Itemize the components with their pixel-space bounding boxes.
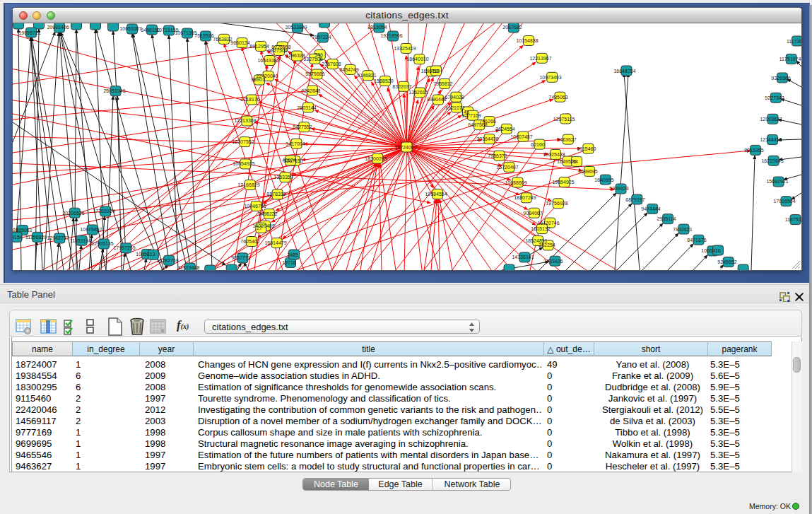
svg-text:6497568: 6497568 [468, 122, 487, 127]
svg-text:39154: 39154 [13, 235, 23, 240]
svg-text:9084067: 9084067 [523, 211, 542, 216]
svg-text:8322037: 8322037 [392, 84, 411, 89]
svg-text:8990448: 8990448 [427, 97, 446, 102]
svg-text:16782759: 16782759 [156, 258, 178, 263]
svg-text:18300295: 18300295 [365, 156, 387, 161]
svg-text:18640910: 18640910 [406, 57, 428, 62]
svg-text:18724007: 18724007 [394, 145, 416, 150]
svg-text:6879197: 6879197 [625, 197, 645, 202]
svg-text:2367608: 2367608 [322, 62, 341, 66]
svg-text:1588520: 1588520 [374, 78, 393, 83]
svg-text:5875685: 5875685 [305, 71, 324, 76]
svg-text:9245652: 9245652 [717, 259, 736, 264]
svg-text:16914479: 16914479 [264, 240, 286, 245]
svg-text:98901: 98901 [251, 77, 265, 82]
svg-text:9699695: 9699695 [578, 169, 597, 174]
svg-text:7663822: 7663822 [213, 37, 232, 42]
svg-text:2935114: 2935114 [657, 216, 676, 221]
svg-text:19756928: 19756928 [546, 201, 567, 206]
svg-text:42674: 42674 [282, 158, 296, 163]
svg-text:19654925: 19654925 [552, 180, 574, 185]
svg-text:17957255: 17957255 [113, 245, 135, 250]
svg-text:12093827: 12093827 [760, 117, 782, 122]
svg-text:12905135: 12905135 [91, 241, 113, 246]
svg-text:26053346: 26053346 [103, 88, 125, 93]
svg-text:10653287: 10653287 [119, 26, 141, 31]
svg-text:11156829: 11156829 [25, 235, 47, 240]
svg-text:11923448: 11923448 [178, 265, 200, 270]
svg-text:8878332: 8878332 [266, 192, 286, 197]
svg-text:1065416: 1065416 [701, 248, 720, 253]
svg-text:7955812: 7955812 [433, 81, 452, 86]
svg-text:15720407: 15720407 [496, 165, 518, 170]
svg-text:3624554: 3624554 [495, 127, 514, 132]
svg-text:9146821: 9146821 [357, 73, 376, 78]
svg-text:12975115: 12975115 [553, 117, 575, 122]
svg-text:2087682: 2087682 [502, 25, 522, 30]
svg-text:10046755: 10046755 [244, 204, 266, 209]
svg-text:2803144: 2803144 [297, 105, 316, 110]
svg-text:9463627: 9463627 [557, 137, 576, 142]
svg-text:1117352: 1117352 [787, 39, 801, 44]
svg-text:17016504: 17016504 [773, 199, 795, 204]
svg-text:19055721: 19055721 [18, 30, 40, 35]
svg-text:15716: 15716 [282, 260, 296, 265]
svg-text:1167533: 1167533 [785, 217, 801, 222]
svg-text:20364436: 20364436 [476, 136, 498, 141]
svg-text:9827500: 9827500 [268, 48, 287, 53]
svg-text:11751074: 11751074 [779, 57, 801, 62]
svg-text:10807487: 10807487 [510, 134, 532, 139]
svg-text:8454749: 8454749 [339, 67, 358, 72]
svg-text:9777169: 9777169 [461, 113, 481, 118]
svg-text:10025438: 10025438 [543, 152, 565, 157]
svg-text:18535061: 18535061 [13, 228, 33, 233]
svg-text:7485063: 7485063 [548, 95, 567, 100]
svg-text:10688609: 10688609 [505, 180, 526, 185]
svg-text:9660124: 9660124 [230, 40, 249, 45]
svg-text:15692921: 15692921 [766, 179, 788, 184]
svg-text:20691406: 20691406 [47, 25, 69, 30]
svg-text:20533809: 20533809 [285, 25, 307, 30]
svg-text:1733426: 1733426 [543, 259, 563, 264]
svg-text:1296328: 1296328 [286, 53, 305, 58]
svg-text:84: 84 [572, 159, 578, 164]
svg-text:9227342: 9227342 [765, 95, 784, 100]
svg-text:1640995: 1640995 [594, 177, 613, 182]
svg-text:9329366: 9329366 [771, 76, 790, 81]
svg-text:10154838: 10154838 [516, 38, 538, 43]
svg-text:10671355: 10671355 [175, 30, 196, 35]
svg-text:10975887: 10975887 [80, 227, 102, 232]
svg-text:10654925: 10654925 [233, 161, 254, 166]
svg-text:18807249: 18807249 [514, 195, 536, 200]
svg-text:13325419: 13325419 [394, 46, 416, 51]
svg-text:9417004: 9417004 [286, 141, 305, 146]
svg-text:1615132: 1615132 [531, 226, 550, 231]
svg-text:9857771: 9857771 [231, 255, 250, 260]
svg-text:16543382: 16543382 [257, 58, 279, 63]
svg-text:9327508: 9327508 [303, 57, 322, 62]
svg-text:7625402: 7625402 [240, 239, 259, 244]
svg-text:1621072: 1621072 [445, 105, 464, 110]
svg-text:12166829: 12166829 [237, 182, 259, 187]
svg-text:9115460: 9115460 [577, 146, 596, 151]
svg-text:17359924: 17359924 [93, 209, 114, 214]
svg-text:2485: 2485 [287, 252, 298, 257]
svg-text:1095813: 1095813 [136, 252, 155, 257]
svg-text:2718176: 2718176 [240, 97, 259, 102]
svg-text:9474444: 9474444 [641, 206, 660, 211]
svg-text:62160: 62160 [531, 142, 545, 147]
svg-text:1353359: 1353359 [273, 175, 293, 180]
svg-text:7857224: 7857224 [312, 35, 331, 40]
svg-text:12942737: 12942737 [47, 235, 69, 240]
svg-text:8813054: 8813054 [367, 25, 387, 30]
svg-text:11451194: 11451194 [70, 238, 91, 243]
svg-text:8471676: 8471676 [687, 238, 706, 243]
svg-text:14136141: 14136141 [512, 255, 534, 259]
svg-text:5935923: 5935923 [609, 186, 628, 191]
svg-text:12344415: 12344415 [760, 137, 782, 142]
svg-text:16120746: 16120746 [537, 221, 559, 226]
svg-text:8912954: 8912954 [249, 44, 269, 49]
svg-text:19218506: 19218506 [380, 33, 402, 38]
svg-text:19384554: 19384554 [425, 192, 447, 197]
svg-text:8427552: 8427552 [293, 124, 312, 129]
